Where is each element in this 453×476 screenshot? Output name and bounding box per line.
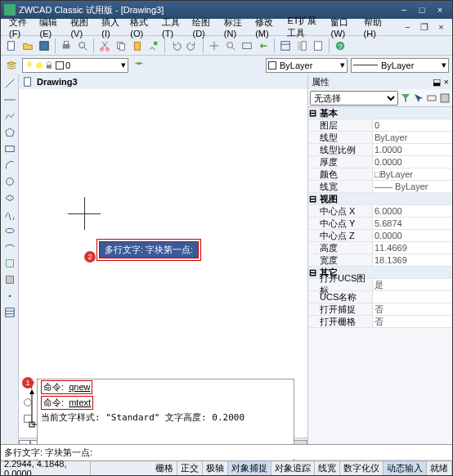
doc-minimize-button[interactable]: − (400, 20, 415, 34)
properties-grid: ⊟基本 图层0 线型ByLayer 线型比例1.0000 厚度0.0000 颜色… (308, 107, 452, 452)
cmd-icon-3[interactable] (20, 411, 35, 426)
preview-icon[interactable] (75, 38, 90, 53)
callout-badge-1: 1 (22, 377, 34, 388)
layermgr-icon[interactable] (4, 58, 19, 73)
sb-otrack[interactable]: 对象追踪 (271, 461, 315, 475)
designcenter-icon[interactable] (294, 38, 309, 53)
toolpalette-icon[interactable] (311, 38, 325, 53)
layer-dropdown[interactable]: 0 ▾ (22, 58, 128, 73)
ellipsearc-icon[interactable] (2, 240, 17, 254)
doc-close-button[interactable]: × (433, 20, 449, 34)
zoomprev-icon[interactable] (256, 38, 271, 53)
spline-icon[interactable] (2, 207, 17, 222)
paste-icon[interactable] (130, 38, 145, 53)
svg-rect-35 (5, 308, 14, 317)
chevron-down-icon: ▾ (121, 60, 126, 70)
menu-tools[interactable]: 工具(T) (157, 15, 187, 40)
menubar: 文件(F) 编辑(E) 视图(V) 插入(I) 格式(O) 工具(T) 绘图(D… (1, 19, 452, 35)
save-icon[interactable] (37, 38, 52, 53)
sb-lwt[interactable]: 线宽 (315, 461, 340, 475)
cmd-icon-2[interactable] (20, 395, 35, 410)
menu-modify[interactable]: 修改(M) (250, 15, 282, 40)
dynamic-prompt: 多行文字: 字块第一点: (99, 241, 199, 258)
freeze-icon (34, 61, 44, 70)
block-icon[interactable] (2, 272, 17, 287)
cut-icon[interactable] (97, 38, 112, 53)
sb-grid[interactable]: 栅格 (152, 461, 177, 475)
color-swatch (56, 61, 64, 70)
sb-ortho[interactable]: 正交 (177, 461, 203, 475)
draw-toolbar (1, 74, 19, 452)
menu-format[interactable]: 格式(O) (125, 15, 157, 40)
ellipse-icon[interactable] (2, 223, 17, 238)
print-icon[interactable] (59, 38, 74, 53)
svg-point-34 (8, 295, 11, 298)
open-icon[interactable] (20, 38, 35, 53)
point-icon[interactable] (2, 289, 17, 303)
lineweight-dropdown[interactable]: ByLayer ▾ (351, 58, 449, 73)
color-dropdown[interactable]: ByLayer ▾ (266, 58, 348, 73)
menu-edit[interactable]: 编辑(E) (34, 15, 65, 40)
properties-icon[interactable] (278, 38, 293, 53)
selection-dropdown[interactable]: 无选择 (310, 91, 398, 106)
svg-rect-15 (243, 43, 252, 48)
copy-icon[interactable] (114, 38, 128, 53)
insert-icon[interactable] (2, 256, 17, 271)
menu-dim[interactable]: 标注(N) (219, 15, 250, 40)
pin-icon[interactable]: ⬓ (433, 77, 441, 88)
new-icon[interactable] (4, 38, 19, 53)
properties-title: 属性 (312, 76, 330, 88)
doc-restore-button[interactable]: ❐ (415, 20, 433, 34)
svg-rect-11 (135, 42, 141, 50)
doc-title: Drawing3 (37, 77, 78, 87)
quickselect-icon[interactable] (400, 92, 411, 104)
rectangle-icon[interactable] (2, 141, 17, 156)
quickcalc-icon[interactable] (439, 92, 451, 104)
polygon-icon[interactable] (2, 125, 17, 140)
layerprev-icon[interactable] (132, 58, 146, 73)
pan-icon[interactable] (207, 38, 222, 53)
help-icon[interactable]: ? (333, 38, 348, 53)
coords-readout[interactable]: 2.2944, 4.1848, 0.0000 (1, 461, 91, 475)
menu-draw[interactable]: 绘图(D) (187, 15, 218, 40)
svg-line-14 (232, 47, 235, 50)
zoomwin-icon[interactable] (240, 38, 254, 53)
hatch-icon[interactable] (2, 305, 17, 320)
svg-point-5 (79, 42, 85, 47)
menu-view[interactable]: 视图(V) (65, 15, 96, 40)
minimize-button[interactable]: − (395, 3, 413, 16)
line-icon[interactable] (2, 76, 17, 91)
arc-icon[interactable] (2, 158, 17, 173)
menu-insert[interactable]: 插入(I) (96, 15, 125, 40)
sb-tablet[interactable]: 数字化仪 (340, 461, 383, 475)
menu-file[interactable]: 文件(F) (4, 15, 34, 40)
menu-et[interactable]: ET扩展工具 (282, 13, 325, 41)
maximize-button[interactable]: □ (413, 3, 431, 16)
zoom-icon[interactable] (223, 38, 238, 53)
matchprop-icon[interactable] (146, 38, 161, 53)
sb-polar[interactable]: 极轴 (203, 461, 228, 475)
svg-rect-25 (47, 65, 52, 69)
toggle-icon[interactable] (426, 92, 437, 104)
svg-text:?: ? (338, 41, 342, 50)
sb-osnap[interactable]: 对象捕捉 (228, 461, 271, 475)
menu-window[interactable]: 窗口(W) (325, 15, 358, 40)
circle-icon[interactable] (2, 174, 17, 189)
svg-point-30 (6, 178, 13, 186)
revcloud-icon[interactable] (2, 191, 17, 205)
svg-rect-2 (40, 41, 49, 50)
xline-icon[interactable] (2, 92, 17, 107)
pickobj-icon[interactable] (413, 92, 424, 104)
command-input[interactable]: 多行文字: 字块第一点: (1, 444, 452, 459)
sb-dyn[interactable]: 动态输入 (383, 461, 427, 475)
panel-close-icon[interactable]: × (444, 77, 449, 87)
svg-rect-1 (8, 41, 15, 50)
sb-ready: 就绪 (427, 461, 452, 475)
redo-icon[interactable] (185, 38, 200, 53)
close-button[interactable]: × (431, 3, 449, 16)
pline-icon[interactable] (2, 109, 17, 123)
undo-icon[interactable] (168, 38, 183, 53)
lineweight-preview (353, 65, 378, 65)
menu-help[interactable]: 帮助(H) (359, 15, 390, 40)
bulb-icon (25, 61, 34, 70)
